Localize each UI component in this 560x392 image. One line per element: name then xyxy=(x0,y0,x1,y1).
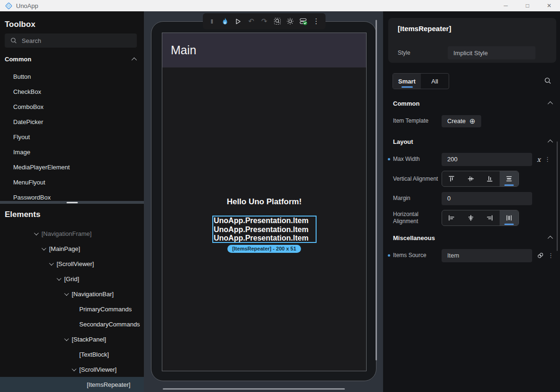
toolbox-item[interactable]: MediaPlayerElement xyxy=(0,159,144,175)
tab-all[interactable]: All xyxy=(421,74,449,89)
halign-stretch-button[interactable] xyxy=(500,210,519,225)
valign-top-button[interactable] xyxy=(442,171,461,186)
tree-row[interactable]: [ScrollViewer] xyxy=(0,256,144,271)
canvas-vertical-scrollbar[interactable] xyxy=(376,20,377,360)
vertical-alignment-group xyxy=(442,171,519,187)
panel-splitter[interactable] xyxy=(0,201,144,204)
connected-device-check-icon[interactable] xyxy=(298,15,309,28)
toolbox-item[interactable]: Flyout xyxy=(0,129,144,144)
properties-scrollbar[interactable] xyxy=(557,142,558,251)
horizontal-alignment-group xyxy=(442,210,519,226)
tree-row[interactable]: [StackPanel] xyxy=(0,332,144,347)
redo-button[interactable]: ↷ xyxy=(259,15,270,28)
repeater-item-text: UnoApp.Presentation.Item xyxy=(213,217,316,225)
max-width-input[interactable]: 200 xyxy=(442,153,532,166)
minimize-button[interactable]: ─ xyxy=(495,0,517,11)
properties-tabs: Smart All xyxy=(393,73,449,89)
modified-dot xyxy=(388,254,390,257)
page-title: Main xyxy=(171,43,196,57)
horizontal-alignment-label: Horizontal Alignment xyxy=(393,211,442,225)
items-source-label: Items Source xyxy=(393,252,442,259)
play-button[interactable] xyxy=(233,15,244,28)
chevron-down-icon xyxy=(72,367,76,371)
toolbox-item[interactable]: DatePicker xyxy=(0,114,144,129)
repeater-item-text: UnoApp.Presentation.Item xyxy=(213,234,316,243)
chevron-up-icon xyxy=(548,101,553,107)
style-label: Style xyxy=(398,50,448,56)
create-item-template-button[interactable]: Create ⊕ xyxy=(442,115,481,127)
close-button[interactable]: ✕ xyxy=(538,0,560,11)
elements-title: Elements xyxy=(5,210,41,219)
app-navigation-bar[interactable]: Main xyxy=(162,33,366,67)
selected-element-title: [ItemsRepeater] xyxy=(398,25,451,33)
window-title: UnoApp xyxy=(16,2,38,9)
chevron-up-icon xyxy=(548,236,553,241)
valign-bottom-button[interactable] xyxy=(480,171,500,186)
more-options-icon[interactable]: ⋮ xyxy=(544,157,551,162)
device-screen[interactable]: Main Hello Uno Platform! UnoApp.Presenta… xyxy=(162,33,367,371)
toolbox-item[interactable]: MenuFlyout xyxy=(0,175,144,190)
canvas-horizontal-scrollbar[interactable] xyxy=(163,388,345,390)
splitter-grip xyxy=(67,202,78,203)
halign-left-button[interactable] xyxy=(442,210,461,225)
tree-row[interactable]: [NavigationBar] xyxy=(0,286,144,301)
more-options-icon[interactable]: ⋮ xyxy=(548,253,554,258)
toolbox-item[interactable]: Button xyxy=(0,69,144,84)
item-template-label: Item Template xyxy=(393,117,442,125)
tree-row[interactable]: SecondaryCommands xyxy=(0,317,144,332)
uno-platform-logo-icon xyxy=(5,2,12,9)
chevron-down-icon xyxy=(57,276,61,281)
tree-row[interactable]: [NavigationFrame] xyxy=(0,226,144,241)
max-width-label: Max Width xyxy=(393,156,442,163)
tree-row[interactable]: [Grid] xyxy=(0,271,144,286)
device-frame: Main Hello Uno Platform! UnoApp.Presenta… xyxy=(151,21,376,381)
tree-row[interactable]: [MainPage] xyxy=(0,241,144,256)
search-icon xyxy=(10,37,17,44)
margin-input[interactable]: 0 xyxy=(442,192,532,205)
toolbox-item[interactable]: ComboBox xyxy=(0,99,144,114)
tree-row[interactable]: [ScrollViewer] xyxy=(0,362,144,377)
maximize-button[interactable]: □ xyxy=(517,0,538,11)
properties-search-button[interactable] xyxy=(544,77,552,84)
section-miscellaneous[interactable]: Miscellaneous xyxy=(393,231,552,245)
selection-badge: [ItemsRepeater] - 200 x 51 xyxy=(162,245,366,253)
toolbox-search-input[interactable]: Search xyxy=(5,33,137,48)
modified-dot xyxy=(388,158,390,160)
elements-tree: [NavigationFrame] [MainPage] [Scroll xyxy=(0,226,144,392)
chevron-down-icon xyxy=(49,261,54,266)
items-source-input[interactable]: Item xyxy=(442,249,532,262)
toolbox-item[interactable]: CheckBox xyxy=(0,84,144,99)
section-common[interactable]: Common xyxy=(393,96,552,110)
plus-circle-icon: ⊕ xyxy=(469,117,476,125)
search-icon xyxy=(544,77,552,84)
hot-reload-flame-icon[interactable] xyxy=(220,15,231,28)
theme-toggle-button[interactable] xyxy=(284,15,296,28)
style-input[interactable]: Implicit Style xyxy=(448,46,535,59)
toolbox-item[interactable]: Image xyxy=(0,144,144,159)
window-titlebar: UnoApp ─ □ ✕ xyxy=(0,0,560,11)
tab-smart[interactable]: Smart xyxy=(393,74,421,89)
tree-row[interactable]: [TextBlock] xyxy=(0,347,144,362)
designer-canvas[interactable]: ‖ ↶ ↷ xyxy=(144,11,383,392)
halign-center-button[interactable] xyxy=(461,210,481,225)
selection-badge-label: [ItemsRepeater] - 200 x 51 xyxy=(227,245,301,253)
chevron-down-icon xyxy=(64,336,69,341)
more-options-button[interactable]: ⋮ xyxy=(311,15,322,28)
binding-expression-icon[interactable]: x xyxy=(537,156,541,163)
data-binding-link-icon[interactable] xyxy=(537,252,544,259)
halign-right-button[interactable] xyxy=(480,210,500,225)
chevron-down-icon xyxy=(64,291,69,296)
toolbox-section-common[interactable]: Common xyxy=(5,56,135,63)
repeater-item-text: UnoApp.Presentation.Item xyxy=(213,225,316,234)
valign-stretch-button[interactable] xyxy=(500,171,519,186)
tree-row[interactable]: PrimaryCommands xyxy=(0,301,144,317)
chevron-down-icon xyxy=(34,231,39,235)
selected-items-repeater[interactable]: UnoApp.Presentation.Item UnoApp.Presenta… xyxy=(212,216,317,243)
inspect-element-button[interactable] xyxy=(272,15,283,28)
hello-text: Hello Uno Platform! xyxy=(162,197,366,207)
undo-button[interactable]: ↶ xyxy=(246,15,257,28)
valign-center-button[interactable] xyxy=(461,171,481,186)
drag-handle-icon[interactable]: ‖ xyxy=(207,15,218,28)
section-layout[interactable]: Layout xyxy=(393,134,552,149)
tree-row[interactable]: [ItemsRepeater] xyxy=(0,377,144,392)
